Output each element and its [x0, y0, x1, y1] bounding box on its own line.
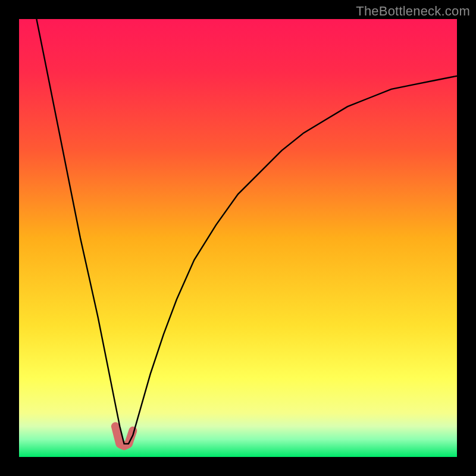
watermark-text: TheBottleneck.com	[356, 4, 470, 19]
plot-area	[19, 19, 457, 457]
chart-frame: TheBottleneck.com	[0, 0, 476, 476]
chart-curve	[19, 19, 457, 457]
curve-line	[36, 19, 457, 444]
